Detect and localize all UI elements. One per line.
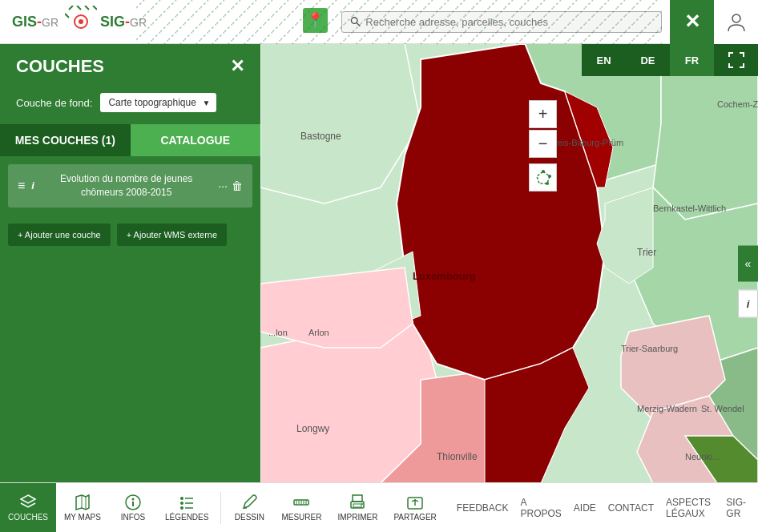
header-close-button[interactable]: ✕	[670, 0, 714, 44]
svg-text:Trier: Trier	[637, 247, 656, 258]
svg-text:Thionville: Thionville	[437, 451, 478, 462]
zoom-controls: + −	[529, 100, 557, 191]
panel-title: COUCHES	[16, 56, 104, 77]
layer-item-label: Evolution du nombre de jeunes chômeurs 2…	[41, 172, 212, 200]
panel-close-button[interactable]: ✕	[230, 56, 244, 77]
map-area[interactable]: Bastogne Eifelkreis-Bitburg-Prüm Bernkas…	[260, 44, 758, 482]
user-icon	[725, 10, 748, 33]
svg-point-76	[361, 503, 363, 505]
svg-marker-53	[21, 495, 35, 503]
left-panel: COUCHES ✕ Couche de fond: Carte topograp…	[0, 44, 260, 482]
aide-link[interactable]: AIDE	[574, 502, 596, 514]
search-icon	[350, 16, 361, 27]
toolbar-imprimer[interactable]: IMPRIMER	[329, 483, 385, 532]
draw-polygon-button[interactable]	[529, 163, 557, 191]
lang-de-button[interactable]: DE	[626, 44, 670, 76]
info-icon: i	[747, 297, 750, 309]
svg-point-7	[79, 19, 83, 24]
collapse-panel-button[interactable]: «	[738, 245, 758, 281]
collapse-icon: «	[745, 257, 752, 270]
toolbar-partager[interactable]: PARTAGER	[385, 483, 444, 532]
map-pin-icon: 📍	[301, 6, 329, 34]
tab-catalogue[interactable]: CATALOGUE	[131, 124, 261, 156]
svg-text:Trier-Saarburg: Trier-Saarburg	[621, 344, 678, 353]
toolbar-mymaps-label: MY MAPS	[64, 513, 101, 522]
layers-icon	[19, 494, 37, 511]
layer-list-icon: ≡	[18, 179, 25, 193]
map-info-button[interactable]: i	[738, 289, 758, 317]
layer-info-icon[interactable]: i	[31, 179, 34, 191]
gis-logo: GIS-GR	[12, 14, 58, 30]
svg-line-3	[85, 6, 89, 10]
svg-point-62	[180, 502, 183, 505]
toolbar-mesurer[interactable]: MESURER	[273, 483, 329, 532]
bg-layer-select-wrapper[interactable]: Carte topographique Orthophoto Carte rou…	[100, 93, 216, 112]
svg-point-15	[732, 14, 740, 22]
svg-text:Arlon: Arlon	[308, 328, 329, 337]
svg-marker-49	[537, 171, 550, 183]
user-button[interactable]	[714, 0, 758, 44]
search-bar[interactable]	[341, 11, 662, 33]
legendes-icon	[178, 494, 196, 511]
bottom-links: FEEDBACK A PROPOS AIDE CONTACT ASPECTS L…	[445, 497, 758, 519]
layer-delete-button[interactable]: 🗑	[232, 179, 243, 192]
svg-rect-75	[353, 504, 361, 507]
svg-text:...lon: ...lon	[268, 328, 288, 337]
toolbar-couches[interactable]: COUCHES	[0, 483, 56, 532]
toolbar-partager-label: PARTAGER	[393, 513, 436, 522]
svg-point-60	[180, 497, 183, 500]
add-wms-button[interactable]: + Ajouter WMS externe	[117, 224, 227, 246]
svg-text:Merzig-Wadern: Merzig-Wadern	[637, 404, 697, 413]
toolbar-my-maps[interactable]: MY MAPS	[56, 483, 109, 532]
partager-icon	[406, 494, 424, 511]
lang-fr-button[interactable]: FR	[670, 44, 714, 76]
panel-tabs: MES COUCHES (1) CATALOGUE	[0, 124, 260, 156]
bg-layer-select[interactable]: Carte topographique Orthophoto Carte rou…	[100, 93, 216, 112]
map-svg: Bastogne Eifelkreis-Bitburg-Prüm Bernkas…	[260, 44, 758, 482]
bottom-toolbar: COUCHES MY MAPS INFOS LÉGENDES	[0, 482, 758, 532]
language-bar: EN DE FR	[582, 44, 758, 76]
svg-point-64	[180, 506, 183, 510]
polygon-icon	[535, 170, 551, 186]
svg-point-50	[542, 170, 545, 173]
sig-gr-link[interactable]: SIG-GR	[726, 497, 746, 519]
toolbar-legendes[interactable]: LÉGENDES	[157, 483, 216, 532]
toolbar-couches-label: COUCHES	[8, 513, 48, 522]
lang-en-button[interactable]: EN	[582, 44, 626, 76]
background-layer-selector: Couche de fond: Carte topographique Orth…	[0, 89, 260, 124]
feedback-link[interactable]: FEEDBACK	[457, 502, 509, 514]
layer-actions: ··· 🗑	[218, 179, 243, 192]
svg-line-1	[69, 6, 73, 10]
add-layer-button[interactable]: + Ajouter une couche	[8, 224, 111, 246]
imprimer-icon	[349, 494, 366, 511]
layer-more-button[interactable]: ···	[218, 179, 228, 192]
svg-text:Neunki...: Neunki...	[685, 452, 720, 461]
contact-link[interactable]: CONTACT	[608, 502, 654, 514]
toolbar-separator	[220, 492, 221, 524]
infos-icon	[124, 494, 142, 511]
zoom-in-button[interactable]: +	[529, 100, 557, 128]
close-icon: ✕	[684, 10, 700, 33]
toolbar-dessin[interactable]: DESSIN	[225, 483, 273, 532]
search-input[interactable]	[365, 16, 653, 28]
svg-line-2	[77, 6, 81, 10]
toolbar-infos-label: INFOS	[121, 513, 146, 522]
svg-point-13	[351, 18, 357, 24]
aspects-legaux-link[interactable]: ASPECTS LÉGAUX	[666, 497, 714, 519]
logo-area: GIS-GR SIG-GR	[0, 6, 159, 38]
toolbar-infos[interactable]: INFOS	[109, 483, 157, 532]
tab-mes-couches[interactable]: MES COUCHES (1)	[0, 124, 131, 156]
zoom-out-button[interactable]: −	[529, 130, 557, 158]
svg-line-14	[357, 22, 360, 26]
svg-line-4	[93, 6, 97, 10]
svg-point-51	[548, 175, 551, 178]
bg-layer-label: Couche de fond:	[16, 97, 92, 109]
fullscreen-button[interactable]	[714, 44, 758, 76]
toolbar-imprimer-label: IMPRIMER	[337, 513, 377, 522]
svg-point-52	[546, 182, 549, 185]
map-icon-btn[interactable]: 📍	[301, 6, 329, 38]
a-propos-link[interactable]: A PROPOS	[520, 497, 561, 519]
fullscreen-icon	[728, 52, 744, 68]
toolbar-legendes-label: LÉGENDES	[165, 513, 208, 522]
layer-item: ≡ i Evolution du nombre de jeunes chômeu…	[8, 164, 252, 208]
